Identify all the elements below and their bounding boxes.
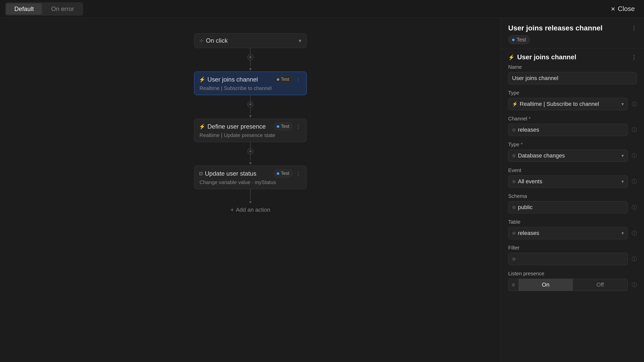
table-field-icon: ⊛ [512, 230, 516, 236]
filter-input-wrapper[interactable]: ⊛ [508, 253, 628, 265]
action-title-user-joins-channel: User joins channel [207, 76, 271, 83]
table-chevron-icon: ▾ [621, 230, 624, 236]
panel-header: User joins releases channel ⋮ Test [501, 18, 644, 49]
type-chevron-icon: ▾ [621, 101, 624, 107]
type-required-value: Database changes [518, 152, 619, 159]
lightning-icon-2: ⚡ [199, 123, 205, 130]
add-between-button-2[interactable]: + [247, 101, 253, 107]
trigger-block[interactable]: ⊹ On click ▾ [194, 33, 307, 48]
connector-line [250, 142, 251, 148]
event-chevron-icon: ▾ [621, 179, 624, 184]
connector-line [250, 60, 251, 66]
connector-4: ▾ [249, 189, 252, 205]
listen-presence-icon: ⊛ [508, 279, 518, 290]
channel-input-wrapper[interactable]: ⊛ [508, 124, 628, 136]
field-name-input-wrapper[interactable] [508, 72, 637, 84]
connector-line [250, 107, 251, 114]
action-card-user-joins-channel[interactable]: ⚡ User joins channel Test ⋮ Realtime | S… [194, 72, 307, 95]
arrow-down-icon: ▾ [249, 114, 252, 119]
variable-icon: ⊡ [199, 171, 203, 176]
chevron-down-icon: ▾ [299, 38, 301, 44]
listen-presence-info-icon[interactable]: ⓘ [632, 281, 637, 288]
action-title-define-user-presence: Define user presence [207, 123, 271, 130]
schema-input[interactable] [518, 204, 624, 211]
filter-info-icon[interactable]: ⓘ [632, 256, 637, 263]
type-req-icon: ⊛ [512, 153, 516, 159]
field-channel-label: Channel * [508, 116, 637, 122]
connector-line [250, 48, 251, 54]
connector-line [250, 189, 251, 199]
test-badge-1[interactable]: Test [273, 75, 293, 83]
filter-field-icon: ⊛ [512, 256, 516, 262]
channel-field-icon: ⊛ [512, 127, 516, 133]
table-info-icon[interactable]: ⓘ [632, 230, 637, 237]
type-required-select[interactable]: ⊛ Database changes ▾ [508, 150, 628, 162]
top-bar: Default On error Close [0, 0, 644, 18]
right-panel: User joins releases channel ⋮ Test ⚡ Use… [501, 18, 644, 362]
field-filter-label: Filter [508, 245, 637, 251]
action-card-update-user-status[interactable]: ⊡ Update user status Test ⋮ Change varia… [194, 166, 307, 189]
channel-input[interactable] [518, 127, 624, 133]
connector-1: + ▾ [247, 48, 253, 72]
close-button[interactable]: Close [606, 3, 639, 15]
tab-group: Default On error [5, 2, 83, 16]
test-dot [277, 172, 279, 175]
tab-default[interactable]: Default [6, 3, 42, 15]
toggle-off-button[interactable]: Off [573, 279, 627, 291]
panel-more-icon[interactable]: ⋮ [631, 25, 637, 31]
connector-line [250, 95, 251, 101]
table-select[interactable]: ⊛ releases ▾ [508, 227, 628, 239]
channel-info-icon[interactable]: ⓘ [632, 127, 637, 133]
panel-title: User joins releases channel [508, 24, 603, 32]
action-subtitle-2: Realtime | Update presence state [199, 132, 302, 138]
field-type-required-label: Type * [508, 142, 637, 148]
section-lightning-icon: ⚡ [508, 54, 515, 60]
field-channel: Channel * ⊛ ⓘ [508, 116, 637, 136]
panel-test-badge[interactable]: Test [508, 35, 530, 44]
add-action-button[interactable]: + Add an action [226, 205, 274, 215]
filter-input[interactable] [518, 256, 624, 262]
test-badge-2[interactable]: Test [273, 122, 293, 130]
field-name-label: Name [508, 64, 637, 70]
toggle-on-button[interactable]: On [518, 279, 573, 291]
schema-info-icon[interactable]: ⓘ [632, 204, 637, 211]
schema-field-icon: ⊛ [512, 205, 516, 210]
arrow-down-icon: ▾ [249, 161, 252, 166]
type-info-icon[interactable]: ⓘ [632, 101, 637, 108]
field-type: Type ⚡ Realtime | Subscribe to channel ▾… [508, 90, 637, 110]
field-name: Name [508, 64, 637, 84]
name-input[interactable] [512, 75, 633, 82]
more-options-icon-3[interactable]: ⋮ [295, 171, 302, 177]
tab-on-error[interactable]: On error [43, 3, 82, 15]
panel-body: Name Type ⚡ Realtime | Subscribe to chan… [501, 64, 644, 304]
add-between-button-3[interactable]: + [247, 148, 253, 154]
panel-section-header: ⚡ User joins channel ⋮ [501, 49, 644, 64]
arrow-down-icon: ▾ [249, 199, 252, 205]
field-listen-presence: Listen presence ⊛ On Off ⓘ [508, 271, 637, 291]
more-options-icon-2[interactable]: ⋮ [295, 123, 302, 130]
action-subtitle-1: Realtime | Subscribe to channel [199, 85, 302, 91]
connector-line [250, 154, 251, 161]
lightning-icon: ⚡ [199, 76, 205, 83]
event-select[interactable]: ⊛ All events ▾ [508, 175, 628, 188]
section-more-icon[interactable]: ⋮ [631, 54, 637, 61]
field-schema-label: Schema [508, 193, 637, 199]
main-layout: ⊹ On click ▾ + ▾ ⚡ User joins channel Te… [0, 18, 644, 362]
cursor-icon: ⊹ [199, 38, 203, 43]
action-card-define-user-presence[interactable]: ⚡ Define user presence Test ⋮ Realtime |… [194, 119, 307, 142]
field-event: Event ⊛ All events ▾ ⓘ [508, 167, 637, 188]
field-type-label: Type [508, 90, 637, 96]
more-options-icon-1[interactable]: ⋮ [295, 76, 302, 83]
plus-icon: + [230, 207, 234, 213]
event-info-icon[interactable]: ⓘ [632, 178, 637, 185]
type-select[interactable]: ⚡ Realtime | Subscribe to channel ▾ [508, 98, 628, 110]
test-badge-3[interactable]: Test [273, 169, 293, 177]
type-req-info-icon[interactable]: ⓘ [632, 152, 637, 159]
field-listen-presence-label: Listen presence [508, 271, 637, 277]
add-between-button[interactable]: + [247, 54, 253, 60]
event-field-icon: ⊛ [512, 179, 516, 184]
schema-input-wrapper[interactable]: ⊛ [508, 201, 628, 213]
connector-3: + ▾ [247, 142, 253, 166]
table-value: releases [518, 230, 619, 236]
arrow-down-icon: ▾ [249, 66, 252, 72]
